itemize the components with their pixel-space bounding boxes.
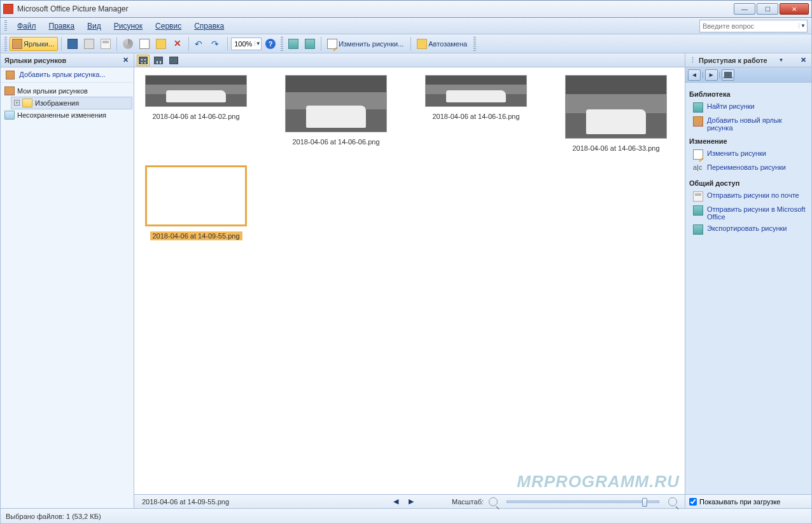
task-rename-pictures[interactable]: a|cПереименовать рисунки: [689, 162, 808, 176]
task-mail-pictures[interactable]: Отправить рисунки по почте: [689, 190, 808, 203]
thumbnail-item[interactable]: 2018-04-06 at 14-06-33.png: [562, 75, 670, 153]
task-pane-title: Приступая к работе: [699, 57, 767, 64]
zoom-slider[interactable]: [507, 500, 659, 503]
task-link-label[interactable]: Найти рисунки: [707, 102, 755, 110]
shortcuts-button[interactable]: Ярлыки...: [10, 37, 58, 51]
thumbnail-grid[interactable]: 2018-04-06 at 14-06-02.png 2018-04-06 at…: [134, 67, 685, 494]
task-export-pictures[interactable]: Экспортировать рисунки: [689, 223, 808, 237]
task-nav-forward-button[interactable]: ►: [705, 69, 718, 81]
menu-edit[interactable]: Правка: [44, 20, 80, 32]
task-link-label[interactable]: Изменить рисунки: [707, 149, 766, 157]
print-button[interactable]: [81, 37, 97, 51]
paste-icon: [156, 39, 166, 49]
show-on-startup-checkbox[interactable]: [689, 498, 697, 506]
help-search-dropdown-icon[interactable]: ▼: [799, 23, 807, 29]
paste-button[interactable]: [153, 37, 169, 51]
add-shortcut-icon: [6, 71, 15, 79]
maximize-button[interactable]: ☐: [757, 3, 778, 15]
edit-pictures-label: Изменить рисунки...: [337, 40, 405, 48]
toolbar-grip-3[interactable]: [473, 37, 476, 51]
titlebar: Microsoft Office Picture Manager — ☐ ✕: [0, 0, 812, 18]
add-shortcut-link[interactable]: Добавить ярлык рисунка...: [19, 71, 105, 78]
save-button[interactable]: [65, 37, 80, 51]
shortcuts-panel-close-icon[interactable]: ✕: [121, 56, 130, 65]
rotate-right-button[interactable]: [302, 37, 318, 51]
task-edit-pictures[interactable]: Изменить рисунки: [689, 148, 808, 162]
thumbnail-image: [145, 165, 247, 226]
copy-button[interactable]: [137, 37, 152, 51]
thumbnail-status-bar: 2018-04-06 at 14-09-55.png ◀ ▶ Масштаб:: [134, 494, 685, 508]
help-search-box[interactable]: ▼: [699, 20, 808, 32]
thumbnail-image: [145, 75, 247, 107]
mail-button[interactable]: [98, 37, 113, 51]
menu-file[interactable]: Файл: [12, 20, 41, 32]
zoom-out-icon[interactable]: [489, 497, 498, 506]
filmstrip-view-button[interactable]: [152, 55, 165, 66]
zoom-dropdown-icon[interactable]: ▼: [255, 41, 261, 46]
tree-unsaved[interactable]: Несохраненные изменения: [2, 109, 132, 121]
find-pictures-icon: [693, 102, 703, 113]
task-link-label[interactable]: Переименовать рисунки: [707, 163, 786, 171]
task-link-label[interactable]: Экспортировать рисунки: [707, 224, 787, 232]
delete-button[interactable]: ✕: [170, 37, 185, 51]
menu-tools[interactable]: Сервис: [150, 20, 186, 32]
close-button[interactable]: ✕: [780, 3, 809, 15]
thumbnail-item-selected[interactable]: 2018-04-06 at 14-09-55.png: [142, 165, 250, 240]
my-shortcuts-icon: [4, 86, 15, 95]
home-icon: [724, 72, 732, 78]
zoom-field[interactable]: 100% ▼: [231, 38, 262, 50]
menubar-grip[interactable]: [4, 20, 7, 32]
thumbnail-caption: 2018-04-06 at 14-06-33.png: [570, 144, 662, 153]
toolbar-sep: [227, 37, 228, 51]
thumbnail-image: [425, 75, 527, 107]
tree-label: Несохраненные изменения: [17, 111, 106, 119]
minimize-button[interactable]: —: [734, 3, 755, 15]
task-find-pictures[interactable]: Найти рисунки: [689, 100, 808, 114]
single-view-button[interactable]: [167, 55, 180, 66]
menu-help[interactable]: Справка: [189, 20, 229, 32]
rotate-left-button[interactable]: [286, 37, 301, 51]
toolbar-sep: [321, 37, 321, 51]
task-pane-close-icon[interactable]: ✕: [799, 56, 808, 65]
task-link-label[interactable]: Отправить рисунки по почте: [707, 191, 799, 199]
thumbnail-caption: 2018-04-06 at 14-09-55.png: [150, 231, 242, 240]
tree-images-folder[interactable]: + Изображения: [11, 97, 132, 109]
undo-button[interactable]: ↶: [192, 37, 207, 51]
task-send-office[interactable]: Отправить рисунки в Microsoft Office: [689, 203, 808, 223]
shortcuts-tree: Мои ярлыки рисунков + Изображения Несохр…: [1, 83, 134, 123]
toolbar-grip-1[interactable]: [4, 37, 7, 51]
shortcuts-panel-header: Ярлыки рисунков ✕: [1, 53, 134, 67]
task-nav-home-button[interactable]: [722, 69, 734, 81]
edit-icon: [693, 149, 703, 160]
cut-button[interactable]: [120, 37, 136, 51]
help-search-input[interactable]: [700, 22, 799, 30]
cut-icon: [123, 39, 133, 49]
auto-correct-button[interactable]: Автозамена: [414, 37, 471, 51]
thumbnail-item[interactable]: 2018-04-06 at 14-06-06.png: [282, 75, 390, 153]
thumbnail-caption: 2018-04-06 at 14-06-16.png: [430, 112, 522, 121]
help-button[interactable]: ?: [263, 37, 278, 51]
zoom-in-icon[interactable]: [668, 497, 677, 506]
redo-button[interactable]: ↷: [209, 37, 224, 51]
task-pane-dropdown-icon[interactable]: ▼: [778, 57, 783, 63]
menu-picture[interactable]: Рисунок: [109, 20, 148, 32]
show-on-startup-row[interactable]: Показывать при загрузке: [685, 494, 811, 508]
thumbnail-item[interactable]: 2018-04-06 at 14-06-02.png: [142, 75, 250, 153]
prev-image-button[interactable]: ◀: [391, 497, 401, 506]
zoom-slider-knob[interactable]: [642, 498, 647, 507]
task-nav-back-button[interactable]: ◄: [688, 69, 701, 81]
expand-icon[interactable]: +: [14, 100, 20, 106]
add-shortcut-row[interactable]: Добавить ярлык рисунка...: [1, 67, 134, 83]
tree-my-shortcuts[interactable]: Мои ярлыки рисунков: [2, 85, 132, 97]
toolbar-grip-2[interactable]: [281, 37, 283, 51]
thumbnail-view-button[interactable]: [137, 55, 150, 66]
task-link-label[interactable]: Добавить новый ярлык рисунка: [707, 116, 806, 132]
task-pane: ⋮ Приступая к работе ▼ ✕ ◄ | ► | Библиот…: [685, 53, 811, 508]
task-link-label[interactable]: Отправить рисунки в Microsoft Office: [707, 205, 806, 221]
edit-pictures-button[interactable]: Изменить рисунки...: [325, 37, 407, 51]
next-image-button[interactable]: ▶: [406, 497, 416, 506]
folder-icon: [22, 99, 32, 107]
thumbnail-item[interactable]: 2018-04-06 at 14-06-16.png: [422, 75, 530, 153]
menu-view[interactable]: Вид: [82, 20, 106, 32]
task-add-shortcut[interactable]: Добавить новый ярлык рисунка: [689, 114, 808, 134]
